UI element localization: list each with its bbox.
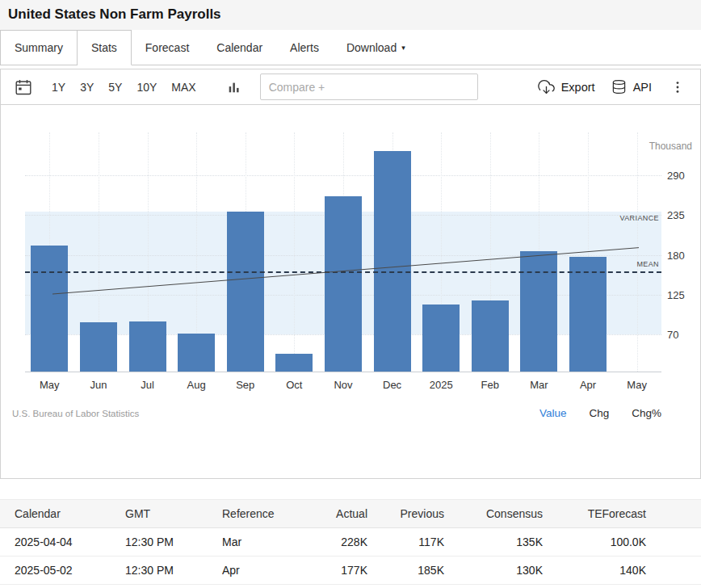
table-cell: Mar bbox=[208, 528, 313, 556]
table-cell: 100.0K bbox=[543, 528, 701, 556]
series-mode-links: ValueChgChg% bbox=[539, 407, 661, 419]
chart-toolbar: 1Y3Y5Y10YMAX Export bbox=[1, 69, 700, 105]
x-axis-label: Oct bbox=[270, 379, 319, 391]
table-cell: 12:30 PM bbox=[111, 585, 208, 588]
tab-bar: SummaryStatsForecastCalendarAlertsDownlo… bbox=[0, 30, 701, 65]
table-header-row: CalendarGMTReferenceActualPreviousConsen… bbox=[0, 500, 701, 528]
table-row: 2025-05-0212:30 PMApr177K185K130K140K bbox=[0, 556, 701, 585]
mean-label: MEAN bbox=[636, 260, 659, 268]
y-tick-label: 290 bbox=[667, 169, 685, 181]
range-button-10y[interactable]: 10Y bbox=[129, 76, 164, 99]
tab-download[interactable]: Download▾ bbox=[333, 30, 419, 65]
table-cell bbox=[444, 585, 543, 588]
more-options-button[interactable] bbox=[665, 74, 691, 100]
export-button[interactable]: Export bbox=[530, 74, 603, 100]
tab-summary[interactable]: Summary bbox=[0, 30, 78, 65]
tab-label: Calendar bbox=[216, 41, 262, 54]
chart: Thousand 70125180235290VARIANCEMEAN MayJ… bbox=[1, 132, 700, 478]
table-cell: 130K bbox=[444, 556, 543, 585]
trend-line bbox=[25, 132, 661, 372]
y-tick-label: 235 bbox=[667, 209, 685, 221]
table-cell: 2025-04-04 bbox=[0, 528, 111, 556]
caret-down-icon: ▾ bbox=[401, 44, 405, 52]
export-label: Export bbox=[561, 81, 595, 94]
x-axis-label: Dec bbox=[367, 379, 417, 391]
tab-label: Stats bbox=[91, 41, 117, 54]
range-selector: 1Y3Y5Y10YMAX bbox=[44, 76, 204, 99]
table-cell: 177K bbox=[367, 585, 444, 588]
x-axis-label: Aug bbox=[172, 379, 221, 391]
table-row: 2025-04-0412:30 PMMar228K117K135K100.0K bbox=[0, 528, 701, 556]
table-cell: Apr bbox=[208, 556, 313, 585]
x-axis-label: Apr bbox=[564, 379, 613, 391]
data-source-label: U.S. Bureau of Labor Statistics bbox=[12, 409, 139, 418]
tab-label: Forecast bbox=[145, 41, 189, 54]
range-button-1y[interactable]: 1Y bbox=[44, 76, 73, 99]
table-cell: 12:30 PM bbox=[111, 556, 208, 585]
range-button-max[interactable]: MAX bbox=[164, 76, 203, 99]
column-header-consensus: Consensus bbox=[444, 500, 543, 528]
calendar-icon bbox=[15, 78, 32, 96]
x-axis-label: Nov bbox=[319, 379, 368, 391]
database-icon bbox=[611, 79, 627, 94]
x-axis-label: May bbox=[612, 379, 661, 391]
column-header-calendar: Calendar bbox=[0, 500, 111, 528]
tab-forecast[interactable]: Forecast bbox=[132, 30, 203, 65]
tab-stats[interactable]: Stats bbox=[78, 30, 132, 65]
link-chg[interactable]: Chg bbox=[589, 407, 609, 419]
api-label: API bbox=[633, 81, 652, 94]
releases-table: CalendarGMTReferenceActualPreviousConsen… bbox=[0, 499, 701, 588]
table-cell: 140K bbox=[543, 556, 701, 585]
column-header-gmt: GMT bbox=[111, 500, 208, 528]
tab-label: Summary bbox=[15, 41, 63, 54]
table-cell: 2025-05-02 bbox=[0, 556, 111, 585]
table-cell: 2025-06-06 bbox=[0, 585, 111, 588]
table-cell: 177K bbox=[313, 556, 367, 585]
x-axis-label: Sep bbox=[220, 379, 270, 391]
range-button-5y[interactable]: 5Y bbox=[101, 76, 129, 99]
x-axis-labels: MayJunJulAugSepOctNovDec2025FebMarAprMay bbox=[25, 372, 661, 391]
link-value[interactable]: Value bbox=[539, 407, 567, 419]
table-cell: 185K bbox=[367, 556, 444, 585]
column-header-teforecast: TEForecast bbox=[543, 500, 701, 528]
page-header: United States Non Farm Payrolls bbox=[0, 0, 701, 30]
variance-label: VARIANCE bbox=[619, 214, 659, 222]
x-axis-label: Jun bbox=[74, 379, 124, 391]
bar-chart-icon bbox=[227, 80, 241, 94]
table-row: 2025-06-0612:30 PMMay177K130.0K bbox=[0, 585, 701, 588]
x-axis-label: Feb bbox=[465, 379, 514, 391]
cloud-download-icon bbox=[538, 78, 555, 95]
tab-label: Alerts bbox=[290, 41, 319, 54]
y-tick-label: 180 bbox=[667, 249, 685, 261]
api-button[interactable]: API bbox=[603, 74, 660, 99]
y-tick-label: 125 bbox=[667, 288, 685, 300]
page-title: United States Non Farm Payrolls bbox=[8, 6, 693, 23]
chart-type-button[interactable] bbox=[221, 74, 247, 100]
kebab-menu-icon bbox=[670, 80, 685, 94]
x-axis-label: Jul bbox=[123, 379, 172, 391]
compare-input[interactable] bbox=[260, 74, 478, 100]
column-header-reference: Reference bbox=[208, 500, 313, 528]
column-header-previous: Previous bbox=[367, 500, 444, 528]
link-chgpct[interactable]: Chg% bbox=[632, 407, 661, 419]
plot-area: 70125180235290VARIANCEMEAN bbox=[25, 132, 661, 372]
table-cell: 130.0K bbox=[543, 585, 701, 588]
tab-label: Download bbox=[346, 41, 397, 54]
y-tick-label: 70 bbox=[667, 329, 678, 341]
tab-calendar[interactable]: Calendar bbox=[203, 30, 276, 65]
chart-card: 1Y3Y5Y10YMAX Export bbox=[0, 69, 701, 479]
chart-footer: U.S. Bureau of Labor Statistics ValueChg… bbox=[12, 407, 661, 419]
column-header-actual: Actual bbox=[313, 500, 367, 528]
table-cell: 135K bbox=[444, 528, 543, 556]
x-axis-label: May bbox=[25, 379, 74, 391]
table-cell: 228K bbox=[313, 528, 367, 556]
calendar-button[interactable] bbox=[10, 74, 36, 100]
range-button-3y[interactable]: 3Y bbox=[73, 76, 101, 99]
table-cell: 12:30 PM bbox=[111, 528, 208, 556]
x-axis-label: 2025 bbox=[417, 379, 466, 391]
x-axis-label: Mar bbox=[514, 379, 564, 391]
tab-alerts[interactable]: Alerts bbox=[276, 30, 333, 65]
table-cell bbox=[313, 585, 367, 588]
table-cell: May bbox=[208, 585, 313, 588]
table-cell: 117K bbox=[367, 528, 444, 556]
